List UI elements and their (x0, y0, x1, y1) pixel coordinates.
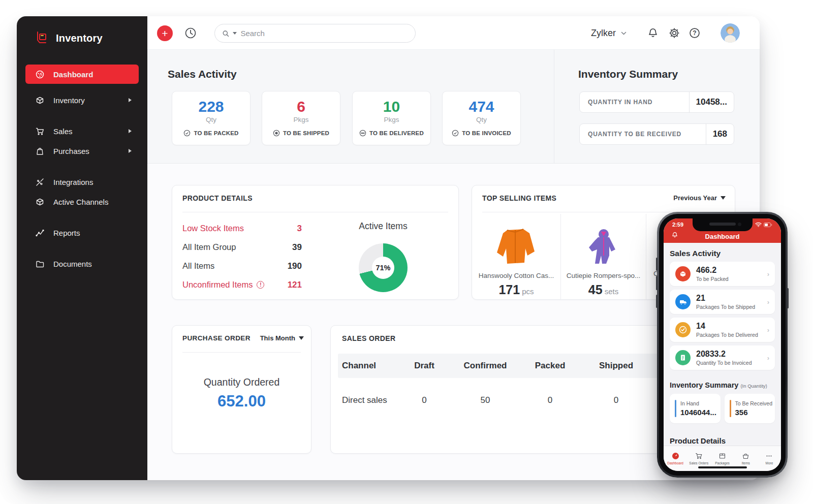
user-avatar[interactable] (721, 23, 740, 43)
phone-to-be-shipped-card[interactable]: 21Packages To be Shipped › (670, 290, 775, 314)
accent-bar (675, 400, 676, 417)
check-circle-icon (183, 130, 191, 137)
sidebar-item-active-channels[interactable]: Active Channels (25, 193, 139, 211)
inventory-logo-icon (34, 30, 49, 46)
top-selling-item[interactable]: Cutiepie Rompers-spo... 45sets (560, 214, 646, 299)
phone-camera (738, 223, 741, 226)
phone-in-hand-card[interactable]: In Hand1046044... (670, 394, 721, 423)
phone-notch (693, 218, 753, 231)
sidebar-item-label: Reports (53, 229, 80, 237)
sidebar-item-reports[interactable]: Reports (25, 224, 139, 242)
sidebar-item-inventory[interactable]: Inventory (25, 91, 139, 109)
target-circle-icon (273, 130, 280, 137)
product-image-romper (586, 227, 621, 266)
help-icon[interactable]: ? (689, 27, 701, 39)
notifications-bell-icon[interactable] (647, 27, 659, 39)
to-be-delivered-label: TO BE DELIVERED (353, 130, 430, 137)
to-be-invoiced-card[interactable]: 474 Qty TO BE INVOICED (442, 91, 521, 145)
quantity-ordered-label: Quantity Ordered (172, 376, 311, 388)
top-selling-item[interactable]: Hanswooly Cotton Cas... 171pcs (472, 214, 560, 299)
chevron-down-icon (620, 30, 627, 37)
unit-label: Qty (172, 116, 250, 123)
low-stock-items-row[interactable]: Low Stock Items3 (182, 219, 302, 238)
column-confirmed: Confirmed (445, 361, 526, 371)
chevron-right-icon: › (767, 354, 769, 362)
product-name: Cutiepie Rompers-spo... (561, 272, 646, 279)
box-icon (675, 266, 691, 281)
to-be-shipped-value: 6 (262, 98, 340, 115)
sidebar-item-sales[interactable]: Sales (25, 122, 139, 140)
product-details-title: PRODUCT DETAILS (182, 194, 253, 202)
quantity-in-hand-label: QUANTITY IN HAND (580, 99, 689, 106)
svg-text:?: ? (693, 29, 696, 37)
quantity-in-hand-row[interactable]: QUANTITY IN HAND 10458... (579, 91, 734, 113)
chevron-down-icon (721, 196, 726, 200)
chevron-right-icon (129, 129, 132, 133)
quantity-to-be-received-row[interactable]: QUANTITY TO BE RECEIVED 168 (579, 123, 734, 145)
purchase-order-card: PURCHASE ORDER This Month Quantity Order… (172, 325, 311, 454)
dots-circle-icon (359, 130, 366, 137)
phone-volume-button (656, 258, 658, 271)
purchase-order-title: PURCHASE ORDER (182, 334, 251, 342)
chevron-right-icon: › (767, 326, 769, 334)
all-item-group-row[interactable]: All Item Group39 (182, 238, 302, 257)
quantity-to-be-received-label: QUANTITY TO BE RECEIVED (580, 131, 706, 138)
sidebar-item-integrations[interactable]: Integrations (25, 173, 139, 191)
phone-speaker (709, 223, 736, 226)
phone-to-be-packed-card[interactable]: 466.2To be Packed › (670, 262, 775, 286)
unconfirmed-items-row[interactable]: Unconfirmed Items!121 (182, 275, 302, 294)
settings-gear-icon[interactable] (668, 27, 680, 39)
unit-label: Qty (443, 116, 520, 123)
wifi-icon (755, 222, 762, 227)
sidebar-item-dashboard[interactable]: Dashboard (25, 65, 139, 84)
product-qty: 45sets (561, 282, 646, 297)
chevron-right-icon (129, 149, 132, 153)
product-image-sweater (492, 227, 541, 266)
cell-draft: 0 (404, 395, 445, 405)
to-be-shipped-card[interactable]: 6 Pkgs TO BE SHIPPED (262, 91, 340, 145)
phone-volume-button (656, 295, 658, 308)
phone-sales-activity-title: Sales Activity (670, 249, 775, 258)
phone-to-be-delivered-card[interactable]: 14Packages To be Delivered › (670, 318, 775, 342)
topbar: + Zylker ? (147, 16, 760, 50)
phone-to-be-invoiced-card[interactable]: 20833.2Quantity To be Invoiced › (670, 345, 775, 370)
sidebar-item-label: Purchases (53, 147, 89, 155)
product-qty: 171pcs (472, 282, 560, 297)
divider (182, 212, 448, 212)
app-window: Inventory Dashboard Inventory Sales Purc… (17, 16, 760, 480)
chevron-right-icon: › (767, 298, 769, 306)
sidebar-item-documents[interactable]: Documents (25, 255, 139, 273)
cart-icon (695, 452, 703, 460)
check-icon (675, 322, 691, 337)
search-bar[interactable] (214, 24, 416, 43)
chevron-right-icon: › (767, 270, 769, 278)
recent-activity-icon[interactable] (183, 26, 198, 42)
column-shipped: Shipped (574, 361, 658, 371)
quantity-to-be-received-value: 168 (706, 124, 734, 144)
phone-home-indicator[interactable] (698, 466, 747, 468)
purchase-order-range-select[interactable]: This Month (260, 334, 304, 342)
quantity-ordered-value: 652.00 (172, 392, 311, 411)
org-switcher[interactable]: Zylker (591, 16, 627, 50)
cell-confirmed: 50 (445, 395, 526, 405)
top-selling-range-select[interactable]: Previous Year (673, 194, 726, 202)
to-be-delivered-card[interactable]: 10 Pkgs TO BE DELIVERED (352, 91, 431, 145)
inventory-summary-title: Inventory Summary (578, 68, 678, 80)
to-be-invoiced-value: 474 (443, 98, 520, 115)
top-selling-items-title: TOP SELLING ITEMS (482, 194, 556, 202)
active-items-donut: 71% (359, 243, 408, 292)
to-be-delivered-value: 10 (353, 98, 430, 115)
to-be-packed-label: TO BE PACKED (172, 130, 250, 137)
phone-to-be-received-card[interactable]: To Be Received356 (725, 394, 775, 423)
to-be-packed-card[interactable]: 228 Qty TO BE PACKED (172, 91, 251, 145)
battery-icon (764, 223, 772, 227)
add-button[interactable]: + (157, 25, 173, 41)
sidebar-item-purchases[interactable]: Purchases (25, 142, 139, 160)
all-items-row[interactable]: All Items190 (182, 257, 302, 275)
phone-inventory-summary-title: Inventory Summary (In Quantity) (670, 381, 775, 389)
reports-icon (35, 228, 45, 238)
search-input[interactable] (240, 29, 408, 38)
search-scope-chevron-icon[interactable] (233, 32, 237, 35)
package-icon (718, 452, 726, 460)
bell-icon[interactable] (671, 231, 678, 239)
